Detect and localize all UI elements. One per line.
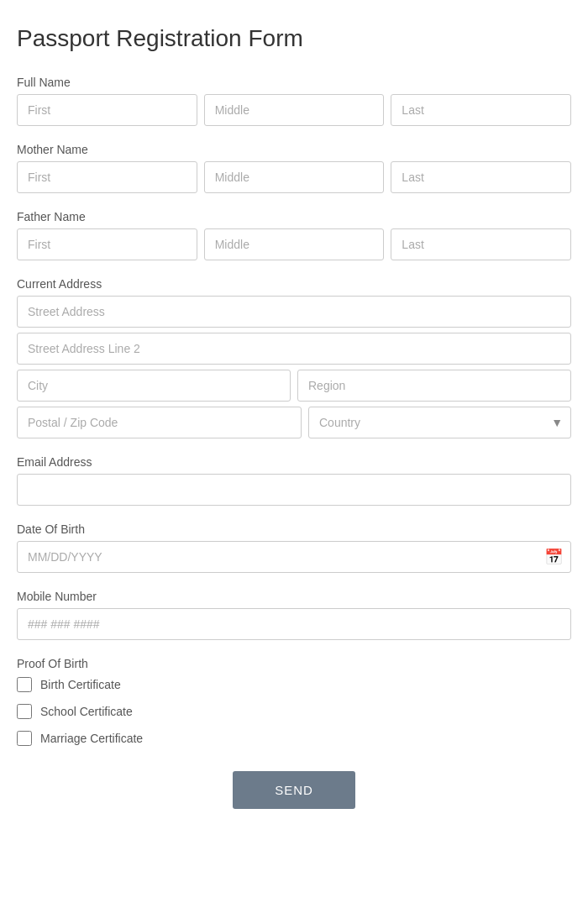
- full-name-middle[interactable]: [204, 94, 385, 126]
- current-address-label: Current Address: [17, 277, 571, 291]
- postal-country-row: Country ▼: [17, 407, 571, 438]
- marriage-certificate-checkbox[interactable]: [17, 731, 32, 746]
- mobile-field[interactable]: [17, 608, 571, 640]
- postal-field[interactable]: [17, 407, 302, 438]
- full-name-label: Full Name: [17, 76, 571, 89]
- father-name-section: Father Name: [17, 210, 571, 260]
- mobile-section: Mobile Number: [17, 590, 571, 640]
- father-name-last[interactable]: [391, 228, 571, 260]
- country-select[interactable]: Country: [308, 407, 571, 438]
- father-name-first[interactable]: [17, 228, 197, 260]
- dob-wrapper: 📅: [17, 541, 571, 573]
- dob-field[interactable]: [17, 541, 571, 573]
- birth-certificate-option[interactable]: Birth Certificate: [17, 677, 571, 692]
- full-name-last[interactable]: [391, 94, 571, 126]
- full-name-first[interactable]: [17, 94, 197, 126]
- mother-name-label: Mother Name: [17, 143, 571, 156]
- birth-certificate-checkbox[interactable]: [17, 677, 32, 692]
- address-fields: Country ▼: [17, 296, 571, 438]
- marriage-certificate-option[interactable]: Marriage Certificate: [17, 731, 571, 746]
- send-button[interactable]: SEND: [233, 771, 355, 809]
- proof-of-birth-section: Proof Of Birth Birth Certificate School …: [17, 657, 571, 746]
- school-certificate-checkbox[interactable]: [17, 704, 32, 719]
- mother-name-last[interactable]: [391, 161, 571, 193]
- country-select-wrapper[interactable]: Country ▼: [308, 407, 571, 438]
- email-label: Email Address: [17, 455, 571, 469]
- mother-name-section: Mother Name: [17, 143, 571, 193]
- marriage-certificate-label: Marriage Certificate: [40, 732, 143, 745]
- proof-of-birth-options: Birth Certificate School Certificate Mar…: [17, 677, 571, 746]
- mother-name-row: [17, 161, 571, 193]
- send-button-wrapper: SEND: [17, 771, 571, 809]
- birth-certificate-label: Birth Certificate: [40, 678, 121, 691]
- mobile-label: Mobile Number: [17, 590, 571, 603]
- current-address-section: Current Address Country ▼: [17, 277, 571, 438]
- page-title: Passport Registration Form: [17, 25, 571, 52]
- full-name-section: Full Name: [17, 76, 571, 126]
- mother-name-middle[interactable]: [204, 161, 385, 193]
- dob-label: Date Of Birth: [17, 522, 571, 536]
- street-address-2[interactable]: [17, 333, 571, 365]
- father-name-label: Father Name: [17, 210, 571, 223]
- email-section: Email Address: [17, 455, 571, 506]
- dob-section: Date Of Birth 📅: [17, 522, 571, 573]
- proof-of-birth-label: Proof Of Birth: [17, 657, 571, 670]
- father-name-middle[interactable]: [204, 228, 385, 260]
- school-certificate-option[interactable]: School Certificate: [17, 704, 571, 719]
- email-field[interactable]: [17, 474, 571, 506]
- school-certificate-label: School Certificate: [40, 705, 133, 718]
- street-address-1[interactable]: [17, 296, 571, 328]
- father-name-row: [17, 228, 571, 260]
- city-field[interactable]: [17, 370, 291, 402]
- region-field[interactable]: [297, 370, 571, 402]
- mother-name-first[interactable]: [17, 161, 197, 193]
- full-name-row: [17, 94, 571, 126]
- city-region-row: [17, 370, 571, 402]
